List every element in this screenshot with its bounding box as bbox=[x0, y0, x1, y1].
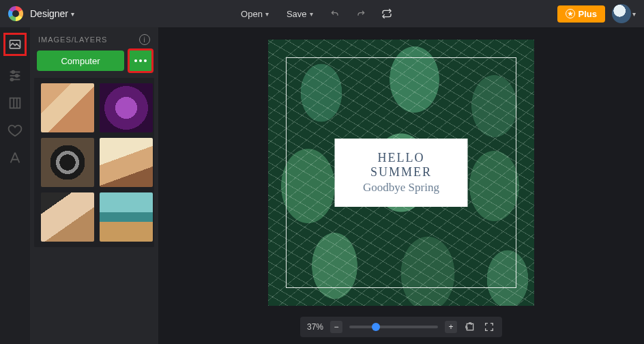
save-label: Save bbox=[287, 9, 307, 19]
zoom-in-button[interactable]: + bbox=[445, 321, 457, 333]
plus-label: Plus bbox=[579, 9, 597, 19]
chevron-down-icon: ▾ bbox=[310, 10, 313, 18]
thumbnail[interactable] bbox=[41, 83, 94, 132]
text-tool[interactable] bbox=[8, 150, 23, 165]
account-menu[interactable]: ▾ bbox=[612, 4, 636, 23]
zoom-bar: 37% − + bbox=[300, 317, 502, 337]
zoom-percent: 37% bbox=[307, 322, 323, 332]
fit-screen-button[interactable] bbox=[464, 321, 476, 333]
redo-button[interactable] bbox=[351, 4, 370, 23]
thumbnail[interactable] bbox=[100, 83, 153, 132]
computer-label: Computer bbox=[61, 56, 100, 66]
chevron-down-icon: ▾ bbox=[265, 10, 269, 18]
top-bar: Designer ▾ Open ▾ Save ▾ ★ Plus ▾ bbox=[0, 0, 644, 27]
canvas-title: HELLO SUMMER bbox=[358, 151, 445, 180]
computer-button[interactable]: Computer bbox=[37, 51, 124, 71]
undo-button[interactable] bbox=[325, 4, 345, 23]
svg-rect-7 bbox=[10, 98, 20, 109]
favorites-tool[interactable] bbox=[8, 123, 23, 138]
svg-rect-10 bbox=[467, 324, 473, 330]
app-logo[interactable] bbox=[8, 6, 23, 21]
text-box[interactable]: HELLO SUMMER Goodbye Spring bbox=[335, 139, 468, 207]
star-icon: ★ bbox=[566, 9, 575, 18]
canvas-area: HELLO SUMMER Goodbye Spring 37% − + bbox=[158, 27, 644, 344]
open-menu[interactable]: Open ▾ bbox=[235, 6, 274, 22]
mode-dropdown[interactable]: Designer ▾ bbox=[30, 8, 74, 19]
chevron-down-icon: ▾ bbox=[632, 10, 636, 18]
panel-header: IMAGES/LAYERS i bbox=[30, 27, 158, 51]
zoom-slider[interactable] bbox=[349, 326, 438, 328]
thumbnail[interactable] bbox=[41, 192, 94, 242]
fullscreen-button[interactable] bbox=[483, 321, 495, 333]
thumbnail[interactable] bbox=[41, 138, 94, 187]
mode-label: Designer bbox=[30, 8, 68, 19]
panel-title: IMAGES/LAYERS bbox=[38, 35, 107, 44]
info-icon[interactable]: i bbox=[139, 34, 150, 45]
layout-tool[interactable] bbox=[8, 96, 23, 111]
avatar bbox=[612, 4, 631, 23]
zoom-out-button[interactable]: − bbox=[330, 321, 342, 333]
design-canvas[interactable]: HELLO SUMMER Goodbye Spring bbox=[268, 40, 534, 306]
dots-icon bbox=[134, 59, 147, 62]
plus-upgrade-button[interactable]: ★ Plus bbox=[557, 5, 605, 23]
thumbnail[interactable] bbox=[100, 138, 153, 187]
images-panel: IMAGES/LAYERS i Computer bbox=[30, 27, 158, 344]
more-sources-button[interactable] bbox=[128, 48, 153, 73]
canvas-subtitle: Goodbye Spring bbox=[358, 181, 445, 195]
save-menu[interactable]: Save ▾ bbox=[281, 6, 319, 22]
chevron-down-icon: ▾ bbox=[71, 10, 74, 18]
thumbnail-grid bbox=[34, 78, 154, 247]
tool-rail bbox=[0, 27, 30, 344]
adjust-tool[interactable] bbox=[8, 68, 23, 83]
open-label: Open bbox=[241, 9, 263, 19]
sync-button[interactable] bbox=[377, 4, 396, 23]
slider-knob[interactable] bbox=[372, 323, 380, 331]
images-tool[interactable] bbox=[3, 33, 27, 56]
main-area: IMAGES/LAYERS i Computer HELLO SUMMER bbox=[0, 27, 644, 344]
thumbnail[interactable] bbox=[100, 192, 153, 242]
